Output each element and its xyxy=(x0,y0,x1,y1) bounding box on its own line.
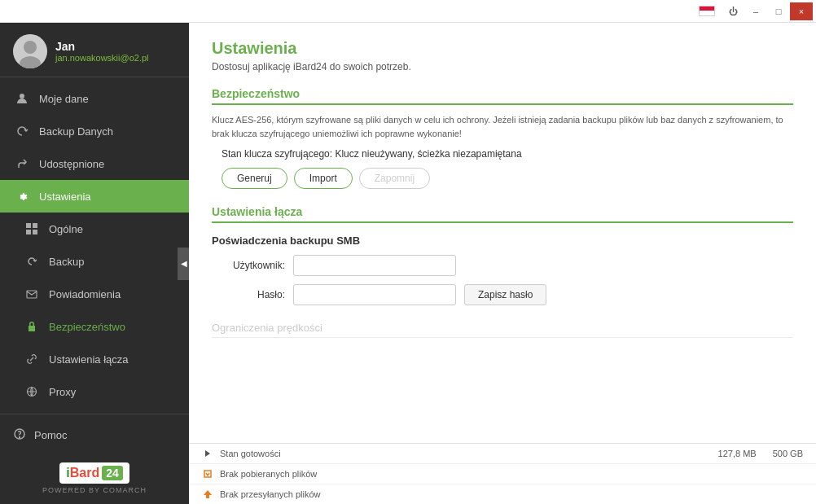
sidebar-item-label: Udostępnione xyxy=(39,158,104,170)
sidebar-collapse-button[interactable]: ◀ xyxy=(178,248,189,280)
sidebar-item-label: Powiadomienia xyxy=(49,288,121,300)
close-button[interactable]: × xyxy=(790,2,813,20)
status-label-przesylanych: Brak przesyłanych plików xyxy=(220,489,803,499)
svg-point-11 xyxy=(20,437,20,438)
grid-icon xyxy=(23,220,41,238)
security-btn-row: Generuj Import Zapomnij xyxy=(222,168,793,189)
profile-name: Jan xyxy=(55,40,149,53)
svg-rect-4 xyxy=(26,223,31,228)
maximize-button[interactable]: □ xyxy=(767,2,790,20)
arrow-backup-icon xyxy=(23,252,41,270)
avatar xyxy=(13,34,47,68)
logo-badge: iBard 24 xyxy=(59,462,129,484)
security-section: Bezpieczeństwo Klucz AES-256, którym szy… xyxy=(212,87,793,189)
status-label-pobieranych: Brak pobieranych plików xyxy=(220,469,803,479)
power-button[interactable]: ⏻ xyxy=(722,2,744,20)
globe-icon xyxy=(23,383,41,401)
sidebar-nav: Moje dane Backup Danych Udostępnione Ust… xyxy=(0,77,189,414)
settings-icon xyxy=(13,187,31,205)
svg-rect-6 xyxy=(26,230,31,234)
security-section-header: Bezpieczeństwo xyxy=(212,87,793,105)
svg-rect-15 xyxy=(206,495,209,498)
sidebar-item-ustawienia-lacza[interactable]: Ustawienia łącza xyxy=(0,343,189,375)
upload-arrow-icon xyxy=(202,489,213,500)
connection-section-header: Ustawienia łącza xyxy=(212,205,793,223)
sidebar-item-label: Ustawienia xyxy=(39,191,91,203)
sidebar-item-label: Ustawienia łącza xyxy=(49,353,129,366)
security-section-desc: Klucz AES-256, którym szyfrowane są plik… xyxy=(212,113,793,140)
download-arrow-icon xyxy=(202,468,213,480)
sidebar-profile: Jan jan.nowakowskii@o2.pl xyxy=(0,23,189,77)
password-label: Hasło: xyxy=(212,289,285,300)
sidebar-item-label: Ogólne xyxy=(49,223,83,235)
sidebar-item-powiadomienia[interactable]: Powiadomienia xyxy=(0,278,189,310)
sidebar-footer: Pomoc xyxy=(0,414,189,456)
sidebar-item-label: Bezpieczeństwo xyxy=(49,321,125,333)
page-title: Ustawienia xyxy=(212,39,793,58)
flag-icon xyxy=(699,6,715,16)
svg-marker-12 xyxy=(205,450,210,457)
status-size-stan: 500 GB xyxy=(773,449,803,458)
password-input[interactable] xyxy=(293,284,456,305)
sidebar-item-moje-dane[interactable]: Moje dane xyxy=(0,82,189,115)
status-row-brak-pobieranych[interactable]: Brak pobieranych plików xyxy=(189,464,816,484)
logo-ibard: iBard xyxy=(66,466,99,480)
logo-powered: POWERED BY COMARCH xyxy=(42,486,147,494)
connection-section: Ustawienia łącza Poświadczenia backupu S… xyxy=(212,205,793,305)
lock-icon xyxy=(23,318,41,335)
sidebar-item-udostepnione[interactable]: Udostępnione xyxy=(0,147,189,180)
sidebar-item-backup[interactable]: Backup xyxy=(0,245,189,278)
smb-title: Poświadczenia backupu SMB xyxy=(212,234,793,247)
collapse-right-icon xyxy=(202,448,213,459)
logo-24: 24 xyxy=(102,466,123,480)
page-subtitle: Dostosuj aplikację iBard24 do swoich pot… xyxy=(212,61,793,72)
sidebar-item-bezpieczenstwo[interactable]: Bezpieczeństwo xyxy=(0,310,189,343)
svg-point-3 xyxy=(20,94,24,99)
person-icon xyxy=(13,90,31,107)
status-label-stan: Stan gotowości xyxy=(220,449,718,458)
link-icon xyxy=(23,350,41,368)
minimize-button[interactable]: – xyxy=(744,2,767,20)
svg-marker-14 xyxy=(204,490,212,495)
sidebar-item-ustawienia[interactable]: Ustawienia xyxy=(0,180,189,213)
main-scroll-area[interactable]: Ustawienia Dostosuj aplikację iBard24 do… xyxy=(189,23,816,443)
profile-email: jan.nowakowskii@o2.pl xyxy=(55,53,149,63)
sidebar-item-ogolne[interactable]: Ogólne xyxy=(0,213,189,245)
title-bar: ⏻ – □ × xyxy=(0,0,816,23)
sidebar-item-label: Backup Danych xyxy=(39,125,113,138)
logo-area: iBard 24 POWERED BY COMARCH xyxy=(0,456,189,504)
status-row-stan-gotowosci[interactable]: Stan gotowości 127,8 MB 500 GB xyxy=(189,444,816,464)
sidebar-item-label: Backup xyxy=(49,256,84,268)
help-item[interactable]: Pomoc xyxy=(13,423,176,448)
main-content: Ustawienia Dostosuj aplikację iBard24 do… xyxy=(189,23,816,504)
speed-section: Ograniczenia prędkości xyxy=(212,322,793,338)
svg-rect-7 xyxy=(33,230,37,234)
user-label: Użytkownik: xyxy=(212,260,285,271)
status-value-stan: 127,8 MB xyxy=(718,449,757,458)
status-row-brak-przesylanych[interactable]: Brak przesyłanych plików xyxy=(189,484,816,504)
svg-point-1 xyxy=(24,41,37,54)
share-icon xyxy=(13,155,31,173)
key-status: Stan klucza szyfrującego: Klucz nieużywa… xyxy=(222,148,793,160)
save-password-button[interactable]: Zapisz hasło xyxy=(464,284,546,305)
status-bar: Stan gotowości 127,8 MB 500 GB Brak pobi… xyxy=(189,443,816,504)
user-form-row: Użytkownik: xyxy=(212,255,793,276)
sidebar: ◀ Jan jan.nowakowskii@o2.pl xyxy=(0,23,189,504)
speed-section-header: Ograniczenia prędkości xyxy=(212,322,793,338)
svg-rect-5 xyxy=(33,223,37,228)
sidebar-item-backup-danych[interactable]: Backup Danych xyxy=(0,115,189,147)
help-label: Pomoc xyxy=(34,429,67,441)
sidebar-item-proxy[interactable]: Proxy xyxy=(0,375,189,408)
mail-icon xyxy=(23,285,41,303)
sidebar-item-label: Moje dane xyxy=(39,93,89,105)
password-form-row: Hasło: Zapisz hasło xyxy=(212,284,793,305)
forget-button[interactable]: Zapomnij xyxy=(359,168,430,189)
backup-icon xyxy=(13,122,31,140)
import-button[interactable]: Import xyxy=(294,168,353,189)
generate-button[interactable]: Generuj xyxy=(222,168,287,189)
user-input[interactable] xyxy=(293,255,456,276)
sidebar-item-label: Proxy xyxy=(49,386,76,398)
help-icon xyxy=(13,427,26,443)
